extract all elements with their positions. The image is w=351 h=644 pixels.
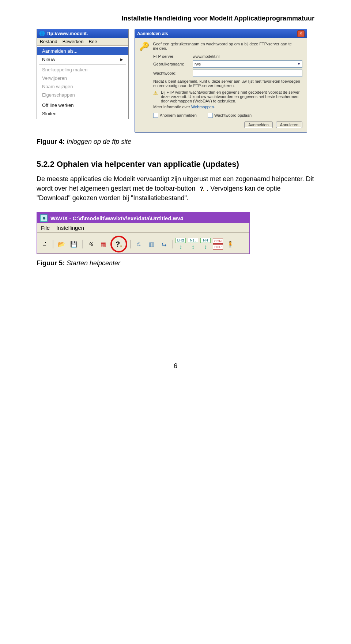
- ie-menu-screenshot: 🌐 ftp://www.modelit. Bestand Bewerken Be…: [37, 29, 129, 119]
- savepw-checkbox-row[interactable]: Wachtwoord opslaan: [208, 113, 252, 118]
- n1-button[interactable]: N1↓ ↕: [188, 238, 198, 250]
- login-button[interactable]: Aanmelden: [244, 121, 273, 128]
- username-field[interactable]: rws ▼: [193, 60, 302, 68]
- ctx-item-snelkoppeling: Snelkoppeling maken: [37, 65, 128, 74]
- toolbar-separator: [172, 240, 173, 248]
- moreinfo-prefix: Meer informatie over: [153, 105, 191, 109]
- ctx-item-offline[interactable]: Off line werken: [37, 101, 128, 109]
- wavix-window: ⎈ WAVIX - C:\d\modelit\wavixIV\exe\data\…: [37, 212, 250, 254]
- savepw-checkbox-label: Wachtwoord opslaan: [214, 113, 252, 117]
- toolbar-separator: [82, 240, 83, 248]
- ftp-server-value: www.modelit.nl: [193, 54, 219, 59]
- login-dialog: Aanmelden als × 🔑 Geef een gebruikersnaa…: [135, 29, 307, 133]
- help-icon: ?.: [198, 185, 206, 193]
- open-folder-icon[interactable]: 📂: [56, 239, 67, 249]
- figure-4-images: 🌐 ftp://www.modelit. Bestand Bewerken Be…: [37, 29, 314, 133]
- password-field[interactable]: [193, 70, 302, 77]
- menubar-bee[interactable]: Bee: [89, 39, 97, 44]
- checkbox-icon[interactable]: [208, 113, 213, 118]
- ctx-item-nieuw[interactable]: Nieuw ▶: [37, 55, 128, 64]
- arrows-icon: ↕: [179, 244, 182, 250]
- dialog-title-text: Aanmelden als: [137, 31, 168, 36]
- context-menu-list: Aanmelden als... Nieuw ▶ Snelkoppeling m…: [37, 46, 128, 119]
- dialog-message-2: Bij FTP worden wachtwoorden en gegevens …: [161, 90, 302, 103]
- tool-icon-2[interactable]: ⇆: [159, 239, 169, 249]
- submenu-arrow-icon: ▶: [120, 57, 123, 61]
- wavix-app-icon: ⎈: [40, 214, 48, 222]
- menubar-bestand[interactable]: Bestand: [40, 39, 57, 44]
- ctx-item-verwijderen: Verwijderen: [37, 74, 128, 82]
- checkbox-icon[interactable]: [153, 113, 158, 118]
- close-icon[interactable]: ×: [297, 30, 305, 37]
- dialog-intro-text: Geef een gebruikersnaam en wachtwoord op…: [153, 42, 302, 51]
- wavix-title-text: WAVIX - C:\d\modelit\wavixIV\exe\data\Un…: [50, 215, 183, 221]
- arrows-icon: ↕: [192, 244, 195, 250]
- print-icon[interactable]: 🖨: [86, 239, 96, 249]
- section-heading: 5.2.2 Ophalen via helpcenter van applica…: [37, 160, 314, 169]
- bars-icon[interactable]: ▥: [146, 239, 156, 249]
- save-floppy-icon[interactable]: 💾: [69, 239, 79, 249]
- ctx-separator: [39, 64, 126, 65]
- document-header-title: Installatie Handleiding voor Modelit App…: [37, 15, 314, 22]
- ie-titlebar: 🌐 ftp://www.modelit.: [37, 29, 128, 38]
- new-file-icon[interactable]: 🗋: [39, 239, 50, 249]
- arrows-icon: ↕: [204, 244, 207, 250]
- toolbar-separator: [130, 240, 131, 248]
- anonymous-checkbox-row[interactable]: Anoniem aanmelden: [153, 113, 197, 118]
- password-label: Wachtwoord:: [153, 71, 190, 75]
- figure-5-caption: Figuur 5: Starten helpcenter: [37, 259, 314, 267]
- con-hop-button[interactable]: CON HOP: [213, 239, 223, 250]
- cancel-button[interactable]: Annuleren: [276, 121, 302, 128]
- figure-4-caption: Figuur 4: Inloggen op de ftp site: [37, 138, 314, 146]
- toolbar-separator: [53, 240, 53, 248]
- ie-menubar: Bestand Bewerken Bee: [37, 38, 128, 46]
- ie-icon: 🌐: [39, 31, 45, 36]
- help-button-circled[interactable]: ?.: [110, 236, 127, 252]
- ctx-item-aanmelden[interactable]: Aanmelden als...: [37, 47, 128, 55]
- menubar-bewerken[interactable]: Bewerken: [63, 39, 84, 44]
- ctx-item-sluiten[interactable]: Sluiten: [37, 109, 128, 118]
- warning-icon: ⚠: [153, 90, 158, 103]
- ctx-item-naam: Naam wijzigen: [37, 82, 128, 91]
- section-paragraph: De meeste applicaties die Modelit vervaa…: [37, 174, 314, 203]
- ie-titlebar-text: ftp://www.modelit.: [47, 31, 88, 36]
- anonymous-checkbox-label: Anoniem aanmelden: [160, 113, 197, 117]
- person-icon[interactable]: 🧍: [225, 239, 235, 249]
- key-icon: 🔑: [139, 42, 149, 51]
- grid-icon[interactable]: ▦: [98, 239, 108, 249]
- wavix-menu-file[interactable]: File: [41, 225, 50, 231]
- chevron-down-icon[interactable]: ▼: [297, 62, 301, 66]
- wavix-toolbar: 🗋 📂 💾 🖨 ▦ ?. ⎌ ▥ ⇆ UHG ↕ N1↓ ↕ NN ↕: [37, 233, 249, 254]
- ftp-server-label: FTP-server:: [153, 54, 190, 59]
- wavix-menu-instellingen[interactable]: Instellingen: [56, 225, 84, 231]
- ctx-separator-2: [39, 100, 126, 100]
- dialog-message-1: Nadat u bent aangemeld, kunt u deze serv…: [153, 79, 302, 88]
- nn-button[interactable]: NN ↕: [200, 238, 211, 250]
- wavix-titlebar: ⎈ WAVIX - C:\d\modelit\wavixIV\exe\data\…: [37, 213, 249, 223]
- dialog-titlebar: Aanmelden als ×: [135, 29, 307, 38]
- uhg-button[interactable]: UHG ↕: [176, 238, 186, 250]
- ctx-item-eigenschappen: Eigenschappen: [37, 91, 128, 99]
- page-number: 6: [37, 362, 314, 370]
- tool-icon-1[interactable]: ⎌: [134, 239, 144, 249]
- username-label: Gebruikersnaam:: [153, 62, 190, 66]
- webmappen-link[interactable]: Webmappen: [191, 105, 214, 109]
- wavix-menubar: File Instellingen: [37, 223, 249, 233]
